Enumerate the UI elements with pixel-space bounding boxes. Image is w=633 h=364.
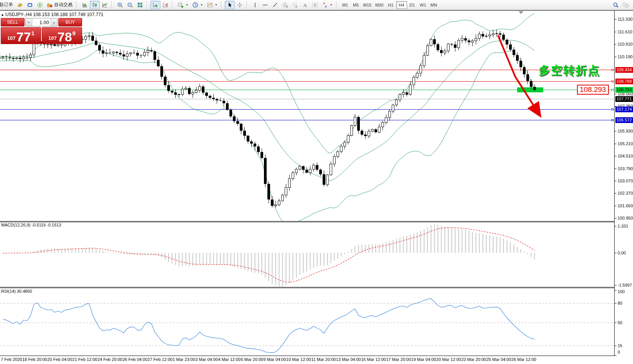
periods-button[interactable]: ▼	[190, 1, 205, 9]
annotation-text[interactable]: 多空转折点	[539, 63, 600, 79]
timeframe-h4-button[interactable]: H4	[396, 1, 407, 9]
bar-chart-icon	[82, 2, 88, 8]
time-axis-label: 16 Mar 12:00	[361, 357, 386, 362]
buy-price-tile[interactable]: 107 78 9	[42, 27, 82, 44]
arrows-button[interactable]: ▼	[320, 1, 335, 9]
rsi-pane-separator[interactable]	[0, 287, 614, 288]
price-tick-label: 101.650	[618, 203, 633, 208]
cloud-window-icon	[27, 2, 33, 8]
volume-input[interactable]: 1.00	[32, 18, 51, 26]
price-line-badge: 107.174	[615, 107, 633, 112]
vertical-line-icon	[252, 2, 258, 8]
price-tick-label: 103.790	[618, 166, 633, 171]
horizontal-line-icon	[262, 2, 268, 8]
equidistant-channel-button[interactable]: E	[280, 1, 290, 9]
time-axis-label: 26 Mar 12:00	[511, 357, 536, 362]
time-axis-line	[0, 356, 615, 356]
fibonacci-button[interactable]: F	[290, 1, 300, 9]
toolbar-separator	[221, 1, 223, 9]
toolbar-separator	[172, 1, 174, 9]
rsi-scale-label: 100	[618, 289, 625, 294]
equidistant-channel-icon: E	[282, 2, 288, 8]
buy-button[interactable]: BUY	[58, 18, 82, 26]
time-axis-label: 19 Mar 04:00	[411, 357, 436, 362]
line-anchor-square[interactable]	[612, 89, 613, 91]
tile-windows-icon	[137, 2, 143, 8]
tile-windows-button[interactable]	[135, 1, 145, 9]
time-axis-label: 17 Mar 20:00	[386, 357, 411, 362]
dropdown-caret-icon: ▼	[215, 3, 218, 6]
price-callout-label[interactable]: 108.293	[577, 85, 609, 95]
time-axis-label: 10 Mar 12:00	[286, 357, 311, 362]
sell-price-tile[interactable]: 107 77 1	[1, 27, 41, 44]
macd-pane-separator[interactable]	[0, 221, 614, 222]
sell-button[interactable]: SELL	[1, 18, 25, 26]
time-axis-label: 9 Mar 04:00	[264, 357, 286, 362]
cloud-window-button[interactable]	[25, 1, 35, 9]
line-anchor-square[interactable]	[612, 119, 613, 121]
rsi-scale-label: 15	[618, 343, 622, 348]
autotrade-icon	[47, 2, 53, 8]
price-tick-label: 110.190	[618, 54, 633, 59]
trendline-button[interactable]	[270, 1, 280, 9]
svg-text:T: T	[314, 3, 316, 7]
timeframe-h1-button[interactable]: H1	[386, 1, 396, 9]
crosshair-button[interactable]	[235, 1, 245, 9]
time-axis-label: 27 Feb 12:00	[148, 357, 173, 362]
line-anchor-square[interactable]	[612, 80, 613, 82]
zoom-in-icon	[117, 2, 123, 8]
signal-button[interactable]	[35, 1, 45, 9]
vertical-line-button[interactable]	[250, 1, 260, 9]
text-icon: A	[302, 2, 308, 8]
indicators-icon	[178, 2, 184, 8]
autotrade-button[interactable]: 自动交易	[45, 1, 74, 9]
volume-increase-button[interactable]: ▲	[51, 18, 57, 26]
line-anchor-square[interactable]	[612, 69, 613, 71]
indicators-button[interactable]: ▼	[176, 1, 190, 9]
sell-price-main: 77	[16, 31, 31, 43]
timeframe-d1-button[interactable]: D1	[407, 1, 418, 9]
timeframe-m30-button[interactable]: M30	[373, 1, 385, 9]
timeframe-m1-button[interactable]: M1	[340, 1, 351, 9]
search-icon	[613, 2, 619, 8]
chart-canvas[interactable]	[0, 0, 633, 364]
fibonacci-icon: F	[292, 2, 298, 8]
text-label-icon: T	[312, 2, 318, 8]
search-button[interactable]	[611, 1, 621, 9]
horizontal-line-button[interactable]	[260, 1, 270, 9]
text-label-button[interactable]: T	[310, 1, 320, 9]
volume-decrease-button[interactable]: ▼	[26, 18, 32, 26]
autoscroll-button[interactable]	[150, 1, 160, 9]
time-axis-label: 3 Mar 04:00	[195, 357, 218, 362]
book-button[interactable]	[15, 1, 25, 9]
toolbar-separator	[246, 1, 249, 9]
chat-icon	[623, 2, 629, 8]
timeframe-mn-button[interactable]: MN	[429, 1, 439, 9]
text-button[interactable]: A	[300, 1, 310, 9]
zoom-out-button[interactable]	[125, 1, 135, 9]
arrows-icon	[322, 2, 328, 8]
chart-shift-marker[interactable]	[519, 11, 523, 14]
time-axis-label: 1 Mar 23:00	[173, 357, 195, 362]
chat-button[interactable]	[621, 1, 631, 9]
price-tick-label: 112.330	[618, 17, 633, 21]
timeframe-m15-button[interactable]: M15	[361, 1, 373, 9]
rsi-label: RSI(14) 30.4850	[1, 289, 32, 293]
timeframe-m5-button[interactable]: M5	[351, 1, 361, 9]
signal-icon	[37, 2, 43, 8]
bar-chart-button[interactable]	[80, 1, 90, 9]
candlestick-chart-button[interactable]	[90, 1, 100, 9]
chart-shift-button[interactable]	[160, 1, 170, 9]
dropdown-caret-icon: ▼	[186, 3, 188, 6]
line-chart-icon	[102, 2, 108, 8]
new-order-button[interactable]: 新订单	[0, 1, 15, 9]
toolbar: 新订单自动交易▼▼▼EFAT▼M1M5M15M30H1H4D1W1MN	[0, 0, 633, 10]
line-chart-button[interactable]	[100, 1, 110, 9]
zoom-in-button[interactable]	[115, 1, 125, 9]
timeframe-w1-button[interactable]: W1	[418, 1, 429, 9]
templates-button[interactable]: ▼	[205, 1, 219, 9]
line-anchor-square[interactable]	[612, 108, 613, 110]
cursor-button[interactable]	[225, 1, 235, 9]
toolbar-separator	[336, 1, 338, 9]
time-axis-label: 25 Mar 04:00	[486, 357, 511, 362]
